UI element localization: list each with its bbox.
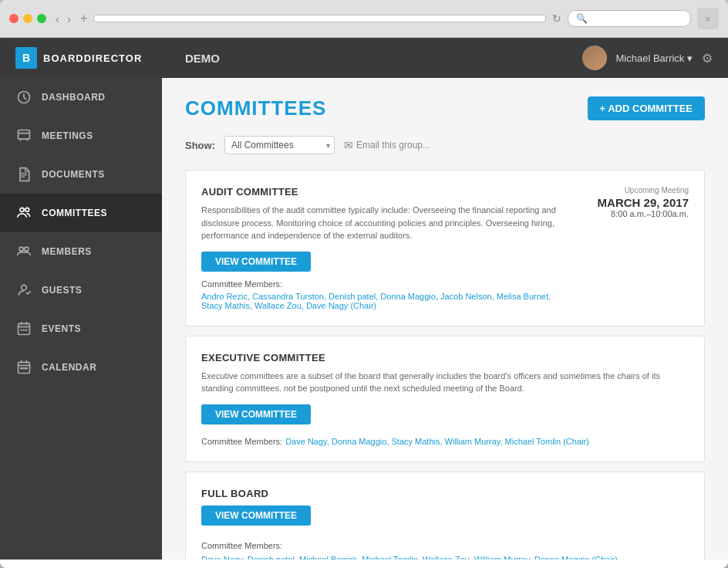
sidebar: DASHBOARD MEETINGS DOCUMENTS bbox=[0, 78, 162, 560]
add-committee-button[interactable]: + ADD COMMITTEE bbox=[588, 96, 706, 120]
logo-area: B BOARDDIRECTOR bbox=[15, 47, 177, 69]
email-group-label: Email this group... bbox=[356, 140, 430, 150]
executive-members-inline: Committee Members: Dave Nagy, Donna Magg… bbox=[201, 437, 589, 446]
committee-filter-wrapper: All Committees Active Committees Inactiv… bbox=[224, 136, 335, 154]
filter-bar: Show: All Committees Active Committees I… bbox=[185, 136, 705, 154]
sidebar-label-committees: COMMITTEES bbox=[42, 208, 107, 218]
svg-point-5 bbox=[25, 247, 29, 251]
app-body: DASHBOARD MEETINGS DOCUMENTS bbox=[0, 78, 728, 560]
members-list-audit: Andro Rezic, Cassandra Turston, Denish p… bbox=[201, 292, 565, 310]
svg-point-4 bbox=[19, 247, 23, 251]
calendar-icon bbox=[15, 359, 32, 376]
committee-name-fullboard: FULL BOARD bbox=[201, 488, 689, 499]
settings-icon[interactable]: ⚙ bbox=[702, 51, 713, 66]
members-icon bbox=[15, 243, 32, 260]
search-icon: 🔍 bbox=[576, 13, 588, 24]
forward-button[interactable]: › bbox=[64, 12, 74, 25]
email-icon: ✉ bbox=[344, 139, 353, 151]
sidebar-label-meetings: MEETINGS bbox=[42, 130, 93, 141]
meetings-icon bbox=[15, 127, 32, 144]
page-title: COMMITTEES bbox=[185, 96, 326, 120]
svg-rect-12 bbox=[20, 367, 22, 370]
sidebar-item-calendar[interactable]: CALENDAR bbox=[0, 348, 162, 387]
fullboard-members-list: Dave Nagy, Denish patel, Michael Barrick… bbox=[201, 555, 618, 560]
documents-icon bbox=[15, 166, 32, 183]
upcoming-date-audit: MARCH 29, 2017 bbox=[565, 196, 689, 209]
sidebar-item-members[interactable]: MEMBERS bbox=[0, 232, 162, 271]
filter-label: Show: bbox=[185, 140, 215, 151]
svg-point-9 bbox=[23, 329, 25, 331]
view-committee-button-audit[interactable]: VIEW COMMITTEE bbox=[201, 252, 311, 272]
sidebar-label-members: MEMBERS bbox=[42, 246, 92, 257]
clock-icon bbox=[15, 89, 32, 106]
events-icon bbox=[15, 320, 32, 337]
menu-icon: ≡ bbox=[706, 15, 710, 23]
logo-icon: B bbox=[15, 47, 37, 69]
sidebar-label-events: EVENTS bbox=[42, 323, 81, 334]
committee-desc-audit: Responsibilities of the audit committee … bbox=[201, 204, 565, 242]
header-right: Michael Barrick ▾ ⚙ bbox=[582, 46, 713, 70]
main-content: COMMITTEES + ADD COMMITTEE Show: All Com… bbox=[162, 78, 728, 560]
executive-members-list: Dave Nagy, Donna Maggio, Stacy Mathis, W… bbox=[285, 437, 589, 446]
user-dropdown-icon: ▾ bbox=[687, 52, 693, 64]
reload-button[interactable]: ↻ bbox=[552, 12, 561, 25]
sidebar-item-documents[interactable]: DOCUMENTS bbox=[0, 155, 162, 194]
committee-card-audit: AUDIT COMMITTEE Responsibilities of the … bbox=[185, 170, 705, 326]
sidebar-label-dashboard: DASHBOARD bbox=[42, 92, 106, 103]
members-label-audit: Committee Members: bbox=[201, 279, 565, 289]
committees-icon bbox=[15, 205, 32, 221]
url-bar[interactable] bbox=[93, 15, 546, 22]
svg-point-2 bbox=[20, 208, 24, 211]
maximize-button[interactable] bbox=[37, 14, 46, 23]
upcoming-label-audit: Upcoming Meeting bbox=[565, 186, 689, 194]
committee-filter-select[interactable]: All Committees Active Committees Inactiv… bbox=[224, 136, 335, 154]
guests-icon bbox=[15, 282, 32, 299]
sidebar-label-documents: DOCUMENTS bbox=[42, 169, 105, 180]
back-button[interactable]: ‹ bbox=[52, 12, 62, 25]
avatar-image bbox=[582, 46, 607, 70]
svg-point-3 bbox=[25, 208, 29, 211]
minimize-button[interactable] bbox=[23, 14, 32, 23]
sidebar-label-guests: GUESTS bbox=[42, 285, 82, 296]
traffic-lights bbox=[9, 14, 46, 23]
committee-aside-audit: Upcoming Meeting MARCH 29, 2017 8:00 a.m… bbox=[565, 186, 689, 310]
sidebar-item-meetings[interactable]: MEETINGS bbox=[0, 117, 162, 155]
add-tab-button[interactable]: + bbox=[80, 12, 87, 25]
fullboard-members-label: Committee Members: bbox=[201, 541, 282, 550]
committee-card-fullboard: FULL BOARD VIEW COMMITTEE Committee Memb… bbox=[185, 472, 705, 560]
app-header: B BOARDDIRECTOR DEMO Michael Barrick ▾ ⚙ bbox=[0, 38, 728, 78]
demo-label: DEMO bbox=[177, 52, 582, 65]
executive-members-label: Committee Members: bbox=[201, 437, 282, 446]
svg-rect-13 bbox=[22, 367, 25, 370]
sidebar-label-calendar: CALENDAR bbox=[42, 362, 96, 373]
committee-card-executive: EXECUTIVE COMMITTEE Executive committees… bbox=[185, 336, 705, 462]
svg-point-6 bbox=[22, 285, 27, 290]
logo-letter: B bbox=[22, 52, 30, 64]
sidebar-item-committees[interactable]: COMMITTEES bbox=[0, 194, 162, 232]
sidebar-item-guests[interactable]: GUESTS bbox=[0, 271, 162, 309]
user-avatar bbox=[582, 46, 607, 70]
upcoming-time-audit: 8:00 a.m.–10:00a.m. bbox=[565, 209, 689, 218]
fullboard-members-inline: Committee Members: Dave Nagy, Denish pat… bbox=[201, 541, 689, 560]
app-name: BOARDDIRECTOR bbox=[43, 52, 142, 64]
sidebar-item-events[interactable]: EVENTS bbox=[0, 309, 162, 348]
svg-rect-1 bbox=[19, 130, 30, 140]
committee-name-audit: AUDIT COMMITTEE bbox=[201, 186, 565, 198]
committee-desc-executive: Executive committees are a subset of the… bbox=[201, 370, 689, 395]
page-header: COMMITTEES + ADD COMMITTEE bbox=[185, 96, 705, 120]
view-committee-button-fullboard[interactable]: VIEW COMMITTEE bbox=[201, 505, 311, 526]
browser-menu-button[interactable]: ≡ bbox=[697, 8, 719, 29]
email-group-link[interactable]: ✉ Email this group... bbox=[344, 139, 430, 151]
close-button[interactable] bbox=[9, 14, 19, 23]
search-bar[interactable]: 🔍 bbox=[568, 10, 691, 27]
sidebar-item-dashboard[interactable]: DASHBOARD bbox=[0, 78, 162, 117]
view-committee-button-executive[interactable]: VIEW COMMITTEE bbox=[201, 404, 311, 424]
user-name[interactable]: Michael Barrick ▾ bbox=[616, 52, 693, 64]
committee-name-executive: EXECUTIVE COMMITTEE bbox=[201, 352, 689, 363]
svg-rect-14 bbox=[25, 367, 28, 370]
svg-point-8 bbox=[20, 329, 22, 331]
svg-point-10 bbox=[25, 329, 28, 331]
